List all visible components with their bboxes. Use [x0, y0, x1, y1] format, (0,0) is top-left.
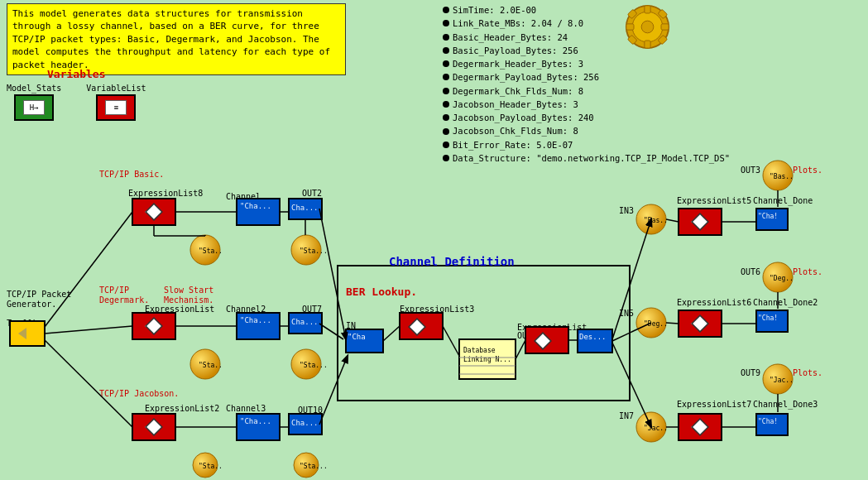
stat-11: Data_Structure: "demo.networking.TCP_IP_…: [453, 151, 730, 165]
stats-panel: SimTime: 2.0E-00 Link_Rate_MBs: 2.04 / 8…: [443, 3, 730, 165]
explistout2-label: OUT: [517, 331, 532, 340]
stat-8: Jacobson_Payload_Bytes: 240: [453, 111, 594, 124]
svg-text:"Bas..: "Bas..: [770, 173, 794, 180]
svg-rect-6: [661, 24, 669, 30]
svg-text:"Sta..: "Sta..: [199, 362, 223, 369]
plots3-label: Plots.: [793, 368, 822, 377]
svg-rect-23: [679, 209, 722, 235]
out3-label: OUT3: [741, 166, 760, 175]
ber-lookup-label: BER Lookup.: [346, 286, 417, 298]
svg-text:Cha...: Cha...: [291, 204, 319, 212]
svg-text:"Sta..: "Sta..: [199, 463, 223, 470]
channel-done-label: Channel_Done: [753, 196, 813, 205]
svg-line-89: [45, 340, 132, 427]
svg-text:"Cha...: "Cha...: [240, 316, 271, 324]
svg-text:"Cha!: "Cha!: [758, 418, 778, 425]
svg-point-63: [763, 364, 793, 394]
svg-rect-13: [237, 199, 280, 225]
stat-7: Jacobson_Header_Bytes: 3: [453, 98, 578, 111]
svg-marker-42: [691, 318, 700, 329]
mechanism-label: Mechanism.: [164, 295, 213, 305]
traffic-label: Traffic: [7, 319, 41, 328]
stat-9: Jacobson_Chk_Flds_Num: 8: [453, 124, 578, 137]
svg-point-39: [636, 308, 666, 338]
svg-line-106: [666, 219, 679, 222]
svg-rect-31: [237, 313, 280, 339]
out6-label: OUT6: [741, 267, 760, 276]
stat-1: Link_Rate_MBs: 2.04 / 8.0: [453, 17, 583, 30]
svg-rect-25: [756, 209, 788, 230]
svg-marker-60: [691, 421, 700, 433]
svg-point-2: [641, 21, 654, 33]
tcpip-basic-label: TCP/IP Basic.: [99, 170, 164, 179]
svg-line-108: [666, 323, 679, 324]
svg-rect-85: [692, 315, 708, 332]
explist7-label: ExpressionList7: [677, 400, 751, 409]
channel-label: Channel: [226, 192, 261, 201]
svg-point-53: [193, 453, 218, 478]
generator-label: Generator.: [7, 300, 56, 309]
svg-point-19: [291, 235, 321, 265]
variables-title: Variables: [7, 68, 146, 80]
svg-rect-5: [626, 24, 634, 30]
out2-label: OUT2: [302, 189, 322, 198]
in3-label: IN3: [619, 206, 634, 215]
svg-text:"Jac..: "Jac..: [644, 425, 668, 432]
svg-rect-47: [132, 414, 175, 440]
svg-rect-84: [692, 214, 708, 230]
svg-rect-83: [146, 419, 162, 435]
tcpip-degermark-label: TCP/IP: [99, 286, 129, 295]
model-stats-block[interactable]: H→: [14, 94, 54, 121]
svg-point-57: [636, 412, 666, 442]
variable-list-label: VariableList: [86, 84, 146, 93]
svg-line-88: [45, 326, 132, 334]
explist3-label: ExpressionList3: [400, 305, 474, 314]
svg-text:"Cha!: "Cha!: [758, 213, 778, 220]
svg-rect-4: [645, 41, 650, 48]
variable-list-group: VariableList ≡: [86, 84, 146, 121]
svg-text:"Bas..: "Bas..: [644, 217, 668, 224]
svg-text:Cha...: Cha...: [291, 318, 319, 326]
stat-2: Basic_Header_Bytes: 24: [453, 31, 568, 44]
svg-rect-29: [132, 313, 175, 339]
channel-done2-label: Channel_Done2: [753, 298, 818, 307]
svg-text:"Deg..: "Deg..: [644, 320, 668, 328]
in7-label: IN7: [619, 411, 634, 420]
svg-point-37: [291, 349, 321, 379]
description-box: This model generates data structures for…: [7, 3, 346, 75]
explist5-label: ExpressionList5: [677, 196, 751, 205]
tcpip-jacobson-label: TCP/IP Jacobson.: [99, 389, 179, 398]
svg-marker-24: [691, 216, 700, 228]
svg-marker-66: [18, 328, 26, 339]
tcpip-packet-gen-label: TCP/IP Packet: [7, 290, 71, 299]
svg-rect-15: [289, 199, 322, 219]
svg-rect-86: [692, 419, 708, 435]
plots1-label: Plots.: [793, 166, 822, 175]
svg-text:"Sta..: "Sta..: [199, 247, 223, 255]
stat-6: Degermark_Chk_Flds_Num: 8: [453, 84, 583, 98]
stat-3: Basic_Payload_Bytes: 256: [453, 44, 578, 57]
svg-rect-61: [756, 414, 788, 435]
svg-text:"Sta...: "Sta...: [300, 247, 328, 255]
svg-point-45: [763, 262, 793, 292]
out9-label: OUT9: [741, 368, 760, 377]
svg-point-17: [190, 235, 220, 265]
svg-text:"Sta...: "Sta...: [300, 362, 328, 369]
svg-rect-81: [146, 204, 162, 220]
svg-text:"Deg..: "Deg..: [770, 275, 794, 282]
explist-label: ExpressionList: [145, 305, 214, 314]
channel3-label: Channel3: [226, 404, 266, 413]
svg-rect-59: [679, 414, 722, 440]
svg-text:"Cha...: "Cha...: [240, 202, 271, 210]
svg-point-27: [763, 161, 793, 190]
svg-marker-30: [145, 320, 154, 332]
svg-text:"Cha...: "Cha...: [240, 417, 271, 425]
stat-0: SimTime: 2.0E-00: [453, 3, 536, 17]
explist8-label: ExpressionList8: [128, 189, 203, 198]
channel2-label: Channel2: [226, 305, 266, 314]
variable-list-block[interactable]: ≡: [96, 94, 136, 121]
plots2-label: Plots.: [793, 267, 822, 276]
stat-5: Degermark_Payload_Bytes: 256: [453, 70, 599, 84]
svg-text:Cha...: Cha...: [291, 419, 319, 427]
model-stats-inner: H→: [23, 100, 45, 115]
